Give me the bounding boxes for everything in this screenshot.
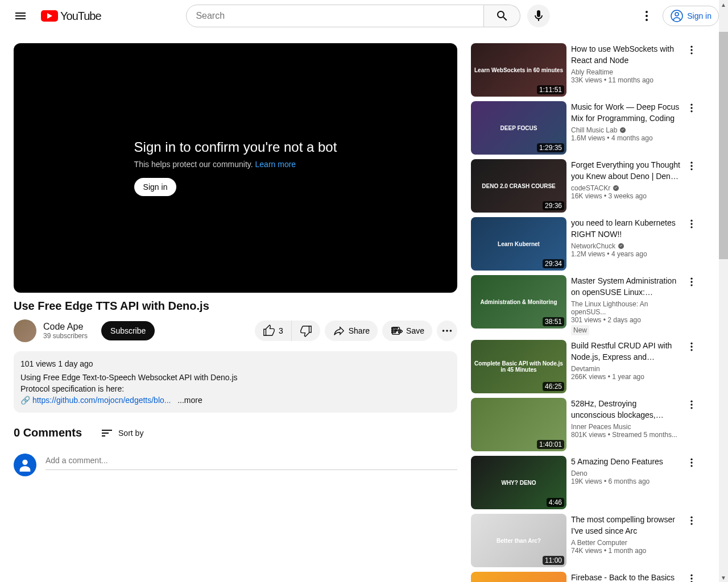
save-button[interactable]: Save bbox=[382, 321, 432, 341]
recommendation-item[interactable]: Learn Kubernet 29:34 you need to learn K… bbox=[471, 217, 698, 271]
recommendation-item[interactable]: Administration & Monitoring 38:51 Master… bbox=[471, 275, 698, 335]
recommendation-item[interactable]: Better than Arc? 11:00 The most compelli… bbox=[471, 514, 698, 567]
scrollbar-thumb[interactable] bbox=[719, 32, 728, 259]
subscribe-button[interactable]: Subscribe bbox=[101, 321, 155, 340]
recommendation-item[interactable]: START HERE Firebase - Back to the Basics bbox=[471, 572, 698, 582]
video-duration: 1:40:01 bbox=[537, 440, 564, 449]
recommendation-info: Master System Administration on openSUSE… bbox=[571, 275, 680, 335]
channel-info: Code Ape 39 subscribers Subscribe bbox=[14, 319, 155, 342]
recommendation-menu-button[interactable] bbox=[685, 340, 698, 393]
svg-point-33 bbox=[690, 407, 692, 409]
recommendation-item[interactable]: DENO 2.0 CRASH COURSE 29:36 Forget Every… bbox=[471, 159, 698, 213]
search-button[interactable] bbox=[484, 5, 520, 27]
scroll-up-arrow[interactable]: ▲ bbox=[719, 0, 728, 9]
video-title: Use Free Edge TTS API with Deno.js bbox=[14, 300, 457, 313]
scroll-down-arrow[interactable]: ▼ bbox=[719, 573, 728, 582]
learn-more-link[interactable]: Learn more bbox=[255, 160, 296, 169]
recommendation-thumbnail[interactable]: DEEP FOCUS 1:29:35 bbox=[471, 101, 566, 155]
svg-point-31 bbox=[690, 401, 692, 402]
recommendation-menu-button[interactable] bbox=[685, 217, 698, 271]
video-actions: 3 Share Save bbox=[255, 321, 457, 341]
svg-point-7 bbox=[446, 330, 448, 332]
more-actions-button[interactable] bbox=[437, 321, 457, 341]
recommendation-menu-button[interactable] bbox=[685, 101, 698, 155]
settings-button[interactable] bbox=[635, 5, 658, 27]
description-line-1: Using Free Edge Text-to-Speech Websocket… bbox=[20, 372, 450, 383]
description-link[interactable]: https://github.com/mojocn/edgetts/blo... bbox=[32, 396, 171, 405]
recommendation-meta: 801K views • Streamed 5 months... bbox=[571, 431, 680, 439]
recommendation-thumbnail[interactable]: Learn Kubernet 29:34 bbox=[471, 217, 566, 271]
recommendation-channel[interactable]: NetworkChuck bbox=[571, 242, 680, 250]
header-center bbox=[186, 5, 550, 27]
recommendation-title[interactable]: Build Restful CRUD API with Node.js, Exp… bbox=[571, 340, 680, 363]
recommendation-channel[interactable]: Devtamin bbox=[571, 365, 680, 373]
search-input[interactable] bbox=[186, 5, 484, 27]
recommendation-item[interactable]: Learn WebSockets in 60 minutes 1:11:51 H… bbox=[471, 43, 698, 97]
recommendation-item[interactable]: WHY? DENO 4:46 5 Amazing Deno Features D… bbox=[471, 456, 698, 509]
recommendation-channel[interactable]: Inner Peaces Music bbox=[571, 423, 680, 431]
recommendation-thumbnail[interactable]: Administration & Monitoring 38:51 bbox=[471, 275, 566, 329]
video-description[interactable]: 101 views 1 day ago Using Free Edge Text… bbox=[14, 351, 457, 413]
recommendation-menu-button[interactable] bbox=[685, 572, 698, 582]
recommendation-title[interactable]: you need to learn Kubernetes RIGHT NOW!! bbox=[571, 217, 680, 240]
show-more-button[interactable]: ...more bbox=[177, 396, 202, 405]
recommendation-menu-button[interactable] bbox=[685, 514, 698, 567]
recommendation-thumbnail[interactable]: Complete Basic API with Node.js in 45 Mi… bbox=[471, 340, 566, 393]
comment-input[interactable] bbox=[46, 454, 457, 470]
youtube-logo[interactable]: YouTube bbox=[41, 10, 101, 23]
recommendation-channel[interactable]: codeSTACKr bbox=[571, 184, 680, 192]
recommendation-title[interactable]: Firebase - Back to the Basics bbox=[571, 572, 680, 582]
microphone-icon bbox=[532, 9, 545, 23]
player-signin-button[interactable]: Sign in bbox=[134, 178, 177, 196]
share-button[interactable]: Share bbox=[325, 321, 378, 341]
recommendation-item[interactable]: DEEP FOCUS 1:29:35 Music for Work — Deep… bbox=[471, 101, 698, 155]
recommendation-channel[interactable]: The Linux Lighthouse: An openSUS... bbox=[571, 300, 680, 316]
recommendation-item[interactable]: 1:40:01 528Hz, Destroying unconscious bl… bbox=[471, 398, 698, 451]
recommendation-item[interactable]: Complete Basic API with Node.js in 45 Mi… bbox=[471, 340, 698, 393]
kebab-icon bbox=[686, 160, 697, 172]
recommendation-title[interactable]: 5 Amazing Deno Features bbox=[571, 456, 680, 467]
recommendation-title[interactable]: The most compelling browser I've used si… bbox=[571, 514, 680, 537]
video-duration: 1:29:35 bbox=[537, 143, 564, 152]
recommendation-menu-button[interactable] bbox=[685, 275, 698, 335]
video-player[interactable]: Sign in to confirm you're not a bot This… bbox=[14, 43, 457, 293]
recommendation-title[interactable]: 528Hz, Destroying unconscious blockages,… bbox=[571, 398, 680, 421]
recommendation-title[interactable]: Music for Work — Deep Focus Mix for Prog… bbox=[571, 101, 680, 124]
scrollbar[interactable]: ▲ ▼ bbox=[719, 0, 728, 582]
recommendation-channel[interactable]: Ably Realtime bbox=[571, 68, 680, 76]
signin-button[interactable]: Sign in bbox=[663, 6, 719, 26]
kebab-icon bbox=[686, 399, 697, 410]
recommendation-thumbnail[interactable]: 1:40:01 bbox=[471, 398, 566, 451]
recommendation-thumbnail[interactable]: DENO 2.0 CRASH COURSE 29:36 bbox=[471, 159, 566, 213]
recommendation-menu-button[interactable] bbox=[685, 456, 698, 509]
recommendation-channel[interactable]: Deno bbox=[571, 469, 680, 477]
sort-comments-button[interactable]: Sort by bbox=[100, 426, 143, 440]
svg-point-19 bbox=[690, 165, 692, 167]
svg-point-10 bbox=[690, 46, 692, 48]
recommendation-menu-button[interactable] bbox=[685, 43, 698, 97]
voice-search-button[interactable] bbox=[527, 5, 550, 27]
channel-avatar[interactable] bbox=[14, 319, 36, 342]
recommendation-menu-button[interactable] bbox=[685, 159, 698, 213]
like-button[interactable]: 3 bbox=[255, 321, 292, 341]
recommendation-menu-button[interactable] bbox=[685, 398, 698, 451]
header-right: Sign in bbox=[635, 5, 719, 27]
recommendation-info: Forget Everything you Thought you Knew a… bbox=[571, 159, 680, 213]
kebab-icon bbox=[686, 102, 697, 114]
recommendation-thumbnail[interactable]: Learn WebSockets in 60 minutes 1:11:51 bbox=[471, 43, 566, 97]
recommendation-title[interactable]: Forget Everything you Thought you Knew a… bbox=[571, 159, 680, 182]
recommendation-info: you need to learn Kubernetes RIGHT NOW!!… bbox=[571, 217, 680, 271]
recommendation-channel[interactable]: A Better Computer bbox=[571, 539, 680, 547]
recommendation-thumbnail[interactable]: START HERE bbox=[471, 572, 566, 582]
recommendation-thumbnail[interactable]: WHY? DENO 4:46 bbox=[471, 456, 566, 509]
recommendation-channel[interactable]: Chill Music Lab bbox=[571, 126, 680, 134]
recommendation-title[interactable]: Master System Administration on openSUSE… bbox=[571, 275, 680, 298]
recommendation-title[interactable]: How to use WebSockets with React and Nod… bbox=[571, 43, 680, 66]
channel-name[interactable]: Code Ape bbox=[43, 322, 88, 332]
user-avatar[interactable] bbox=[14, 454, 36, 476]
recommendation-thumbnail[interactable]: Better than Arc? 11:00 bbox=[471, 514, 566, 567]
svg-point-32 bbox=[690, 404, 692, 405]
hamburger-menu-button[interactable] bbox=[9, 5, 32, 27]
channel-text: Code Ape 39 subscribers bbox=[43, 322, 88, 340]
dislike-button[interactable] bbox=[292, 321, 320, 341]
